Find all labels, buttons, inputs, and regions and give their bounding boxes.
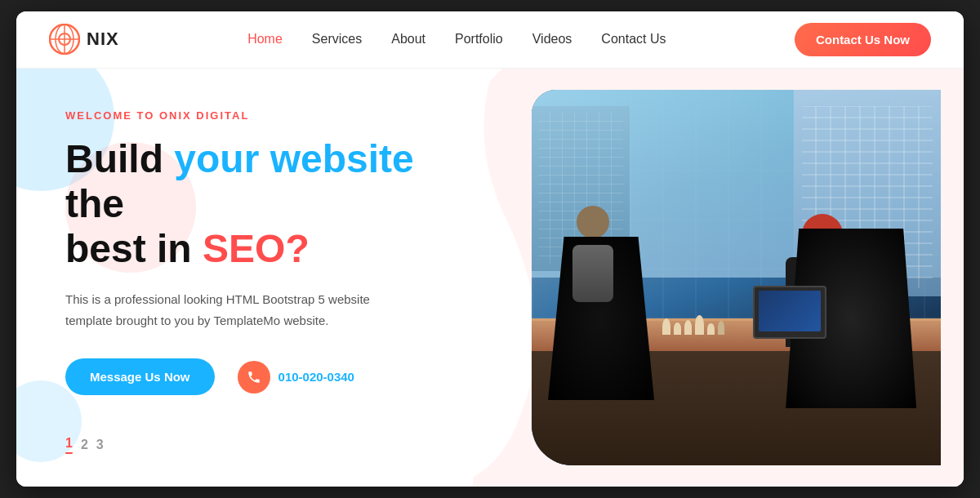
- nav-link-videos[interactable]: Videos: [532, 32, 572, 46]
- hero-content: WELCOME TO ONIX DIGITAL Build your websi…: [16, 69, 509, 487]
- hero-image-area: [509, 69, 964, 487]
- person1-head: [577, 206, 609, 238]
- phone-svg: [247, 370, 261, 385]
- nav-link-contact[interactable]: Contact Us: [601, 32, 666, 46]
- hero-title: Build your website thebest in SEO?: [65, 136, 476, 272]
- slide-dots: 1 2 3: [65, 436, 476, 454]
- phone-number: 010-020-0340: [278, 370, 354, 384]
- slide-dot-1[interactable]: 1: [65, 436, 73, 454]
- browser-frame: NIX Home Services About Portfolio Videos…: [16, 11, 964, 487]
- phone-cta[interactable]: 010-020-0340: [238, 361, 354, 394]
- phone-icon: [238, 361, 270, 394]
- brand-name: NIX: [87, 29, 119, 50]
- logo-area: NIX: [49, 24, 119, 55]
- nav-link-about[interactable]: About: [391, 32, 425, 46]
- nav-item-services[interactable]: Services: [312, 32, 362, 47]
- title-highlight-blue: your website: [174, 137, 413, 180]
- welcome-label: WELCOME TO ONIX DIGITAL: [65, 109, 476, 122]
- title-highlight-red: SEO?: [203, 227, 310, 270]
- slide-dot-3[interactable]: 3: [96, 438, 104, 452]
- chess-piece-3: [684, 320, 692, 335]
- contact-now-button[interactable]: Contact Us Now: [795, 23, 931, 56]
- laptop: [753, 286, 826, 339]
- hero-actions: Message Us Now 010-020-0340: [65, 358, 476, 395]
- chess-piece-5: [707, 323, 715, 335]
- hero-section: WELCOME TO ONIX DIGITAL Build your websi…: [16, 69, 964, 487]
- nav-link-home[interactable]: Home: [247, 32, 283, 46]
- office-image: [532, 90, 941, 465]
- navbar: NIX Home Services About Portfolio Videos…: [16, 11, 964, 69]
- nav-item-about[interactable]: About: [391, 32, 425, 47]
- office-bg: [532, 90, 941, 465]
- chess-piece-2: [674, 322, 681, 335]
- nav-item-portfolio[interactable]: Portfolio: [455, 32, 503, 47]
- message-us-button[interactable]: Message Us Now: [65, 358, 215, 395]
- title-part1: Build: [65, 137, 174, 180]
- laptop-screen: [759, 291, 821, 331]
- chess-piece-4: [695, 315, 704, 335]
- slide-dot-2[interactable]: 2: [81, 438, 88, 452]
- chess-pieces: [662, 315, 724, 335]
- nav-link-portfolio[interactable]: Portfolio: [455, 32, 503, 46]
- nav-item-videos[interactable]: Videos: [532, 32, 572, 47]
- nav-link-services[interactable]: Services: [312, 32, 362, 46]
- backpack: [572, 245, 613, 302]
- nav-links: Home Services About Portfolio Videos Con…: [247, 32, 666, 47]
- title-part2: thebest in: [65, 182, 203, 270]
- chess-piece-6: [718, 321, 724, 335]
- logo-icon: [49, 24, 80, 55]
- chess-piece-1: [662, 318, 670, 335]
- hero-description: This is a professional looking HTML Boot…: [65, 289, 416, 331]
- nav-item-home[interactable]: Home: [247, 32, 283, 47]
- nav-item-contact[interactable]: Contact Us: [601, 32, 666, 47]
